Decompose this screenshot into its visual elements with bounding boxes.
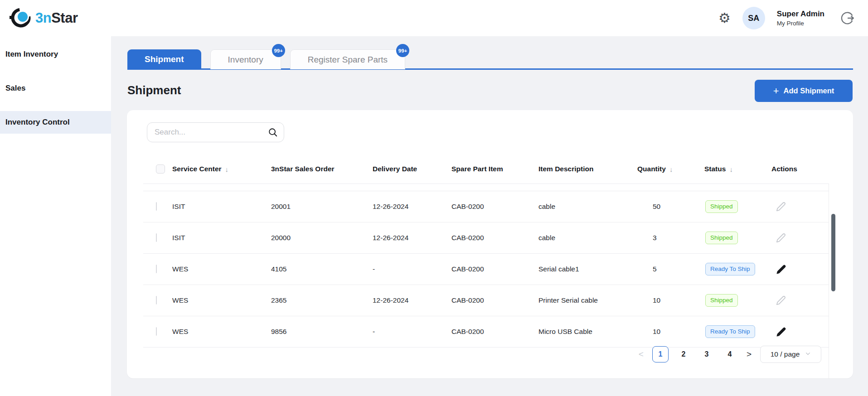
sidebar-item-item-inventory[interactable]: Item Inventory bbox=[0, 43, 111, 66]
add-shipment-label: Add Shipment bbox=[784, 87, 834, 95]
column-header-spare-part-item: Spare Part Item bbox=[446, 165, 533, 173]
top-header: 3nStar ⚙ SA Super Admin My Profile bbox=[0, 0, 868, 36]
tab-shipment[interactable]: Shipment bbox=[127, 49, 201, 69]
sidebar-item-sales[interactable]: Sales bbox=[0, 77, 111, 100]
brand-logo-text: 3nStar bbox=[35, 10, 78, 26]
cell-service-center: WES bbox=[167, 296, 266, 304]
tab-bar: Shipment Inventory 99+ Register Spare Pa… bbox=[127, 49, 405, 69]
cell-spare-part-item: CAB-0200 bbox=[446, 296, 533, 304]
page-size-select[interactable]: 10 / page bbox=[760, 346, 821, 363]
cell-spare-part-item: CAB-0200 bbox=[446, 234, 533, 242]
table-row[interactable]: WES 9856 - CAB-0200 Micro USB Cable 10 R… bbox=[143, 316, 837, 348]
table-body: ISIT 20001 12-26-2024 CAB-0200 cable 50 … bbox=[143, 184, 837, 348]
cell-delivery-date: - bbox=[367, 328, 446, 336]
cell-delivery-date: - bbox=[367, 265, 446, 273]
cell-spare-part-item: CAB-0200 bbox=[446, 203, 533, 211]
sidebar-item-inventory-control[interactable]: Inventory Control bbox=[0, 111, 111, 134]
edit-pencil-icon[interactable] bbox=[776, 295, 786, 305]
row-checkbox[interactable] bbox=[156, 202, 157, 211]
pagination-prev-chevron-icon[interactable]: < bbox=[637, 349, 645, 359]
search-icon[interactable] bbox=[268, 127, 278, 139]
brand-logo-icon bbox=[9, 5, 33, 31]
cell-spare-part-item: CAB-0200 bbox=[446, 328, 533, 336]
column-header-status: Status↓ bbox=[699, 165, 766, 173]
table-row[interactable]: WES 4105 - CAB-0200 Serial cable1 5 Read… bbox=[143, 254, 837, 285]
row-checkbox[interactable] bbox=[156, 233, 157, 242]
search-input[interactable] bbox=[147, 122, 284, 142]
status-badge: Ready To Ship bbox=[705, 325, 755, 338]
avatar[interactable]: SA bbox=[742, 7, 765, 29]
pagination-page-4[interactable]: 4 bbox=[722, 346, 738, 362]
cell-service-center: WES bbox=[167, 265, 266, 273]
sidebar-item-label: Item Inventory bbox=[5, 50, 58, 59]
cell-item-description: cable bbox=[533, 234, 632, 242]
edit-pencil-icon[interactable] bbox=[776, 202, 786, 212]
table-row[interactable]: WES 2365 12-26-2024 CAB-0200 Printer Ser… bbox=[143, 285, 837, 316]
cell-spare-part-item: CAB-0200 bbox=[446, 265, 533, 273]
edit-pencil-icon[interactable] bbox=[776, 233, 786, 243]
table-scrollbar-track[interactable] bbox=[829, 184, 837, 378]
cell-item-description: cable bbox=[533, 203, 632, 211]
select-all-checkbox[interactable] bbox=[156, 164, 165, 174]
cell-service-center: ISIT bbox=[167, 203, 266, 211]
plus-icon: + bbox=[773, 86, 779, 96]
logout-icon[interactable] bbox=[840, 11, 854, 25]
sidebar-item-label: Sales bbox=[5, 84, 25, 93]
sidebar: Item Inventory Sales Inventory Control bbox=[0, 36, 111, 396]
cell-sales-order: 2365 bbox=[266, 296, 367, 304]
cell-service-center: ISIT bbox=[167, 234, 266, 242]
column-header-delivery-date: Delivery Date bbox=[367, 165, 446, 173]
pagination-page-3[interactable]: 3 bbox=[698, 346, 715, 362]
table-header-row: Service Center↓ 3nStar Sales Order Deliv… bbox=[143, 159, 837, 179]
pagination-page-1[interactable]: 1 bbox=[652, 346, 669, 362]
settings-gear-icon[interactable]: ⚙ bbox=[718, 11, 731, 25]
edit-pencil-icon[interactable] bbox=[776, 264, 786, 275]
pagination-page-2[interactable]: 2 bbox=[675, 346, 692, 362]
chevron-down-icon bbox=[805, 350, 811, 358]
tab-label: Shipment bbox=[145, 54, 184, 64]
page-size-value: 10 / page bbox=[771, 350, 800, 358]
status-badge: Shipped bbox=[705, 294, 738, 307]
page-title: Shipment bbox=[127, 83, 181, 97]
status-badge: Ready To Ship bbox=[705, 263, 755, 275]
partially-scrolled-row bbox=[143, 184, 837, 191]
cell-sales-order: 9856 bbox=[266, 328, 367, 336]
pagination: < 1 2 3 4 > 10 / page bbox=[637, 346, 821, 363]
tab-register-spare-parts[interactable]: Register Spare Parts 99+ bbox=[290, 49, 405, 69]
shipment-table-card: Service Center↓ 3nStar Sales Order Deliv… bbox=[127, 110, 853, 378]
my-profile-link[interactable]: My Profile bbox=[777, 20, 824, 27]
sidebar-item-label: Inventory Control bbox=[5, 118, 70, 127]
cell-delivery-date: 12-26-2024 bbox=[367, 296, 446, 304]
column-header-item-description: Item Description bbox=[533, 165, 632, 173]
cell-quantity: 10 bbox=[632, 328, 699, 336]
cell-sales-order: 20000 bbox=[266, 234, 367, 242]
cell-quantity: 5 bbox=[632, 265, 699, 273]
column-header-quantity: Quantity↓ bbox=[632, 165, 699, 173]
table-scrollbar-thumb[interactable] bbox=[831, 214, 835, 291]
tab-count-badge: 99+ bbox=[272, 44, 285, 57]
column-header-sales-order: 3nStar Sales Order bbox=[266, 165, 367, 173]
sort-icon[interactable]: ↓ bbox=[225, 165, 229, 173]
cell-item-description: Printer Serial cable bbox=[533, 296, 632, 304]
edit-pencil-icon[interactable] bbox=[776, 327, 786, 337]
cell-quantity: 10 bbox=[632, 296, 699, 304]
user-menu[interactable]: Super Admin My Profile bbox=[777, 10, 824, 27]
tab-count-badge: 99+ bbox=[396, 44, 409, 57]
row-checkbox[interactable] bbox=[156, 327, 157, 336]
column-header-service-center: Service Center↓ bbox=[167, 165, 266, 173]
add-shipment-button[interactable]: + Add Shipment bbox=[755, 80, 853, 102]
cell-delivery-date: 12-26-2024 bbox=[367, 203, 446, 211]
sort-icon[interactable]: ↓ bbox=[669, 165, 673, 173]
row-checkbox[interactable] bbox=[156, 265, 157, 273]
table-row[interactable]: ISIT 20000 12-26-2024 CAB-0200 cable 3 S… bbox=[143, 222, 837, 254]
cell-service-center: WES bbox=[167, 328, 266, 336]
row-checkbox[interactable] bbox=[156, 296, 157, 304]
pagination-next-chevron-icon[interactable]: > bbox=[745, 349, 753, 359]
main-content: Shipment Inventory 99+ Register Spare Pa… bbox=[111, 36, 868, 396]
status-badge: Shipped bbox=[705, 232, 738, 244]
brand-logo[interactable]: 3nStar bbox=[9, 5, 78, 31]
table-row[interactable]: ISIT 20001 12-26-2024 CAB-0200 cable 50 … bbox=[143, 191, 837, 222]
tab-inventory[interactable]: Inventory 99+ bbox=[210, 49, 281, 69]
sort-icon[interactable]: ↓ bbox=[729, 165, 733, 173]
tab-label: Inventory bbox=[228, 55, 263, 65]
